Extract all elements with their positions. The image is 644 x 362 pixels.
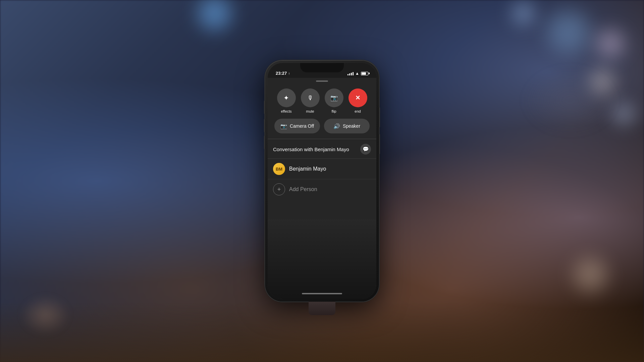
notch: [300, 63, 344, 72]
speaker-icon: 🔊: [333, 123, 340, 129]
bokeh-decoration: [510, 0, 537, 27]
end-icon: ✕: [355, 94, 360, 102]
bokeh-decoration: [570, 255, 610, 295]
phone-device: 23:27 ↑ ▲: [265, 60, 379, 302]
message-button[interactable]: 💬: [360, 144, 371, 155]
signal-bar-3: [351, 73, 352, 75]
effects-label: effects: [281, 109, 291, 113]
mute-button[interactable]: 🎙 mute: [301, 88, 320, 113]
end-circle: ✕: [348, 88, 367, 107]
speaker-button[interactable]: 🔊 Speaker: [324, 119, 370, 133]
hand-hint: [20, 295, 70, 335]
camera-off-label: Camera Off: [290, 123, 314, 129]
bokeh-decoration: [594, 27, 627, 60]
add-person-label: Add Person: [289, 186, 317, 192]
signal-bar-4: [353, 72, 354, 75]
effects-button[interactable]: ✦ effects: [277, 88, 296, 113]
phone-stand: [309, 302, 335, 315]
mute-icon: 🎙: [307, 95, 313, 102]
camera-off-icon: 📷: [280, 123, 287, 129]
bokeh-decoration: [543, 7, 594, 57]
camera-off-button[interactable]: 📷 Camera Off: [274, 119, 320, 133]
swipe-handle[interactable]: [316, 80, 328, 82]
effects-circle: ✦: [277, 88, 296, 107]
signal-bar-1: [347, 74, 348, 75]
add-person-row[interactable]: + Add Person: [268, 179, 376, 199]
signal-bar-2: [349, 73, 350, 75]
flip-icon: 📷: [330, 94, 338, 102]
flip-button[interactable]: 📷 flip: [325, 88, 343, 113]
bottom-area: [268, 219, 376, 299]
location-icon: ↑: [288, 71, 290, 75]
battery-icon: [361, 72, 368, 75]
battery-fill: [362, 72, 366, 75]
call-controls: ✦ effects 🎙 mute 📷: [268, 83, 376, 139]
flip-label: flip: [331, 109, 336, 113]
conversation-title: Conversation with Benjamin Mayo: [273, 146, 349, 152]
participant-name: Benjamin Mayo: [289, 166, 326, 172]
plus-icon: +: [277, 186, 281, 192]
avatar: BM: [273, 163, 285, 175]
flip-circle: 📷: [325, 88, 343, 107]
status-icons: ▲: [347, 71, 368, 76]
wide-buttons-row: 📷 Camera Off 🔊 Speaker: [274, 119, 370, 133]
avatar-initials: BM: [276, 167, 282, 172]
end-label: end: [355, 109, 361, 113]
end-call-button[interactable]: ✕ end: [348, 88, 367, 113]
message-icon-symbol: 💬: [363, 146, 369, 152]
phone-screen: 23:27 ↑ ▲: [268, 63, 376, 299]
effects-icon: ✦: [283, 94, 289, 102]
mute-label: mute: [306, 109, 314, 113]
scene: 23:27 ↑ ▲: [265, 60, 379, 302]
signal-icon: [347, 71, 354, 75]
status-time: 23:27 ↑: [276, 71, 290, 76]
wifi-icon: ▲: [355, 71, 359, 76]
screen-content: ✦ effects 🎙 mute 📷: [268, 78, 376, 299]
conversation-header: Conversation with Benjamin Mayo 💬: [268, 139, 376, 159]
participant-row: BM Benjamin Mayo: [268, 159, 376, 179]
main-controls-row: ✦ effects 🎙 mute 📷: [274, 88, 370, 113]
home-indicator[interactable]: [302, 293, 342, 294]
time-display: 23:27: [276, 71, 287, 76]
speaker-label: Speaker: [343, 123, 360, 129]
conversation-section: Conversation with Benjamin Mayo 💬 BM Ben…: [268, 139, 376, 219]
shoe-hint: [523, 67, 617, 134]
add-person-icon: +: [273, 183, 285, 195]
mute-circle: 🎙: [301, 88, 320, 107]
